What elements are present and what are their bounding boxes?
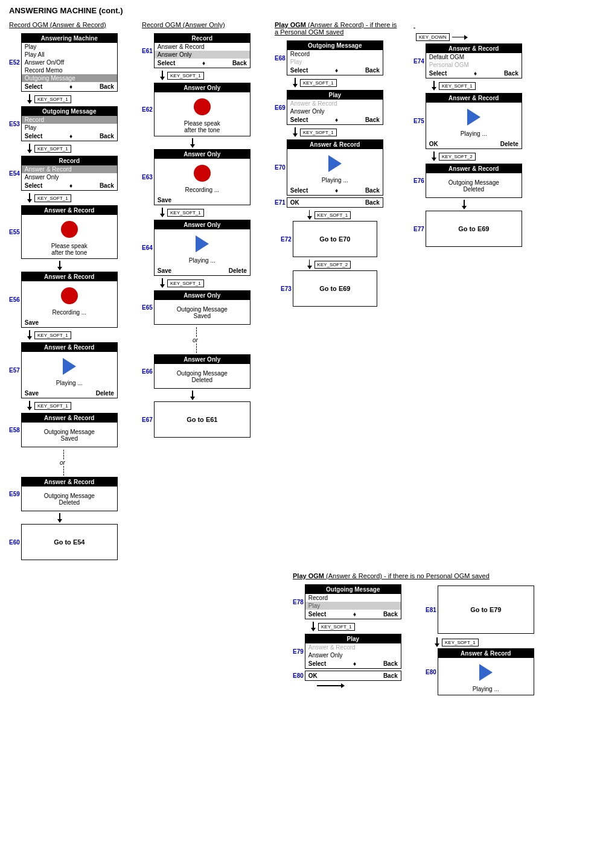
screen-e79-header: Play xyxy=(305,634,401,643)
screen-e71-nav: OK Back xyxy=(287,198,383,207)
screen-e68-play: Play xyxy=(287,58,383,66)
step-e79-row: E79 Play Answer & Record Answer Only Sel… xyxy=(293,634,413,669)
e74-key-down-section: KEY_DOWN xyxy=(413,33,468,41)
play-icon-e75 xyxy=(467,109,480,126)
arrow-e53-e54: KEY_SOFT_1 xyxy=(18,142,71,155)
col4-title xyxy=(413,21,415,28)
arrow-e75-e76: KEY_SOFT_2 xyxy=(423,150,476,162)
arrow-e78-e79: KEY_SOFT_1 xyxy=(302,621,355,633)
screen-e59: Answer & Record Outgoing MessageDeleted xyxy=(21,477,118,511)
step-e67-row: E67 Go to E61 xyxy=(142,401,263,438)
step-e54-row: E54 Record Answer & Record Answer Only S… xyxy=(9,156,130,191)
column-4: KEY_DOWN E74 Answer & Record Default OGM… xyxy=(413,21,534,247)
screen-e52-header: Answering Machine xyxy=(22,34,117,43)
screen-e63: Answer Only Recording ... Save xyxy=(154,149,251,205)
step-e65-label: E65 xyxy=(142,304,153,311)
record-icon-e55 xyxy=(61,221,78,238)
step-e64-label: E64 xyxy=(142,244,153,251)
screen-e56: Answer & Record Recording ... Save xyxy=(21,272,118,328)
step-e64-row: E64 Answer Only Playing ... Save Delete xyxy=(142,220,263,276)
bottom-inner: E78 Outgoing Message Record Play Select … xyxy=(293,584,546,695)
screen-e54-header: Record xyxy=(22,156,117,165)
step-e62-label: E62 xyxy=(142,106,153,113)
arrow-e66-e67 xyxy=(190,391,195,400)
screen-e52-nav: Select ♦ Back xyxy=(22,82,117,91)
bottom-col3: Play OGM (Answer & Record) - if there is… xyxy=(293,572,546,695)
screen-e54-ar: Answer & Record xyxy=(22,165,117,173)
screen-e61-nav: Select ♦ Back xyxy=(155,59,250,68)
screen-e79-ao: Answer Only xyxy=(305,651,401,659)
screen-e57-header: Answer & Record xyxy=(22,343,117,352)
col1-title: Record OGM (Answer & Record) xyxy=(9,21,106,28)
screen-e76-text: Outgoing MessageDeleted xyxy=(448,179,499,193)
screen-e78-header: Outgoing Message xyxy=(305,585,401,594)
step-e73-row: E73 Go to E69 xyxy=(281,270,377,307)
goto-e73: Go to E69 xyxy=(293,270,377,307)
screen-e68-nav: Select ♦ Back xyxy=(287,66,383,75)
column-3: Play OGM (Answer & Record) - if there is… xyxy=(275,21,401,307)
screen-e70-text: Playing ... xyxy=(322,177,348,183)
screen-e53-record: Record xyxy=(22,116,117,124)
step-e82-label: E80 xyxy=(426,669,436,675)
step-e63-label: E63 xyxy=(142,174,153,180)
screen-e62-header: Answer Only xyxy=(155,83,250,92)
step-e80-label: E80 xyxy=(293,672,304,679)
screen-e74-default: Default OGM xyxy=(426,53,522,61)
screen-e68-record: Record xyxy=(287,50,383,58)
screen-e61: Record Answer & Record Answer Only Selec… xyxy=(154,33,251,68)
screen-e68-header: Outgoing Message xyxy=(287,41,383,50)
play-icon-e70 xyxy=(328,155,342,172)
screen-e78-record: Record xyxy=(305,594,401,602)
step-e74-label: E74 xyxy=(413,58,424,65)
arrow-e57-e58: KEY_SOFT_1 xyxy=(18,400,71,412)
screen-e57-text: Playing ... xyxy=(56,380,83,386)
screen-e54-ao: Answer Only xyxy=(22,173,117,181)
screen-e52: Answering Machine Play Play All Answer O… xyxy=(21,33,118,92)
step-e74-row: E74 Answer & Record Default OGM Personal… xyxy=(413,43,534,78)
record-icon-e56 xyxy=(61,287,78,304)
step-e71-row: E71 OK Back xyxy=(275,197,401,208)
step-e66-label: E66 xyxy=(142,368,153,375)
e65-or-section: or xyxy=(148,327,198,353)
screen-e61-ao-sel: Answer Only xyxy=(155,51,250,59)
screen-e53-nav: Select ♦ Back xyxy=(22,132,117,141)
arrow-e63-e64: KEY_SOFT_1 xyxy=(151,206,204,219)
screen-e52-item4: Record Memo xyxy=(22,66,117,74)
column-2: Record OGM (Answer Only) E61 Record Answ… xyxy=(142,21,263,438)
step-e60-row: E60 Go to E54 xyxy=(9,524,130,560)
step-e68-row: E68 Outgoing Message Record Play Select … xyxy=(275,40,401,75)
step-e76-label: E76 xyxy=(413,177,424,184)
step-e78-row: E78 Outgoing Message Record Play Select … xyxy=(293,584,413,619)
screen-e70-nav: Select ♦ Back xyxy=(287,186,383,195)
screen-e64-nav: Save Delete xyxy=(155,266,250,275)
step-e81-row: E81 Go to E79 xyxy=(426,586,534,634)
screen-e75-header: Answer & Record xyxy=(426,94,522,103)
step-e55-row: E55 Answer & Record Please speakafter th… xyxy=(9,205,130,259)
screen-e66-header: Answer Only xyxy=(155,355,250,364)
step-e61-row: E61 Record Answer & Record Answer Only S… xyxy=(142,33,263,68)
arrow-e54-e55: KEY_SOFT_1 xyxy=(18,192,71,204)
screen-e55: Answer & Record Please speakafter the to… xyxy=(21,205,118,259)
screen-e75: Answer & Record Playing ... OK Delete xyxy=(426,93,522,149)
e58-or-section: or xyxy=(15,450,65,476)
step-e67-label: E67 xyxy=(142,416,153,423)
record-icon-e62 xyxy=(194,98,211,115)
screen-e64-text: Playing ... xyxy=(189,257,215,264)
step-e77-label: E77 xyxy=(413,226,424,232)
step-e70-row: E70 Answer & Record Playing ... Select ♦… xyxy=(275,139,401,196)
play-icon-e57 xyxy=(63,358,76,375)
screen-e70-header: Answer & Record xyxy=(287,140,383,149)
step-e58-label: E58 xyxy=(9,427,20,433)
screen-e61-ar: Answer & Record xyxy=(155,43,250,51)
screen-e74-header: Answer & Record xyxy=(426,44,522,53)
step-e81-label: E81 xyxy=(426,607,436,613)
step-e79-label: E79 xyxy=(293,648,304,655)
screen-e54: Record Answer & Record Answer Only Selec… xyxy=(21,156,118,191)
screen-e63-header: Answer Only xyxy=(155,150,250,159)
step-e68-label: E68 xyxy=(275,55,286,62)
arrow-e74-e75: KEY_SOFT_1 xyxy=(423,80,476,92)
goto-e81: Go to E79 xyxy=(438,586,534,634)
play-icon-e64 xyxy=(196,235,209,252)
bottom-section: Play OGM (Answer & Record) - if there is… xyxy=(9,572,591,695)
screen-e69: Play Answer & Record Answer Only Select … xyxy=(287,90,383,125)
